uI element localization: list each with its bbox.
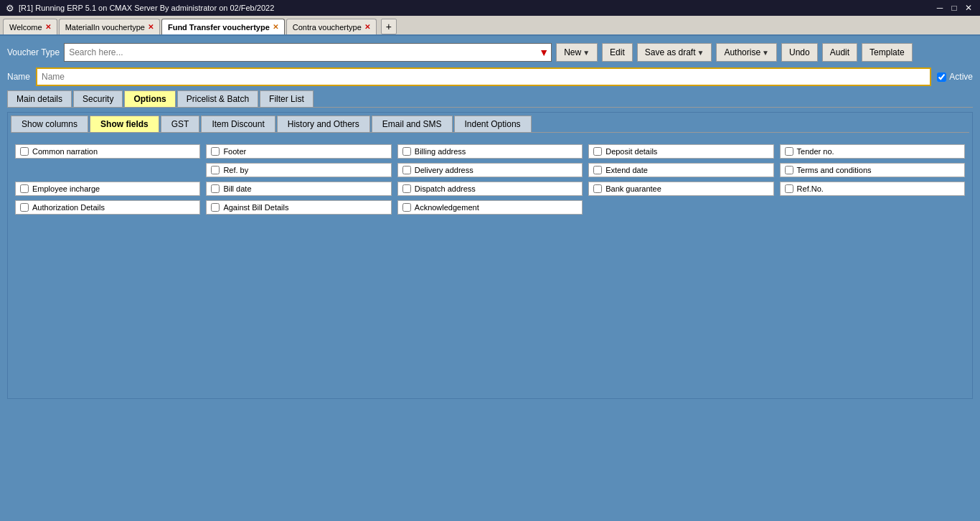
undo-button[interactable]: Undo [781,43,818,62]
chk-acknowledgement-label: Acknowledgement [415,203,479,212]
chk-billing-address-label: Billing address [415,147,466,156]
template-button[interactable]: Template [862,43,913,62]
checkbox-common-narration[interactable]: Common narration [15,144,200,159]
chk-dispatch-address-input[interactable] [402,184,411,193]
checkbox-tender-no[interactable]: Tender no. [780,144,965,159]
tab-fundtransfer-close[interactable]: ✕ [273,23,278,31]
checkbox-bank-guarantee[interactable]: Bank guarantee [588,182,773,196]
name-input[interactable] [36,67,931,86]
chk-ref-by-label: Ref. by [223,166,248,174]
close-button[interactable]: ✕ [963,2,974,14]
sub-tab-item-discount[interactable]: Item Discount [201,116,275,132]
chk-bank-guarantee-input[interactable] [593,184,602,193]
checkbox-ref-no[interactable]: Ref.No. [780,182,965,196]
nav-tab-options[interactable]: Options [124,90,175,107]
chk-tender-no-input[interactable] [785,147,793,156]
tab-bar: Welcome ✕ MaterialIn vouchertype ✕ Fund … [0,16,980,36]
sub-tab-show-columns[interactable]: Show columns [11,116,88,132]
chk-against-bill-input[interactable] [211,203,220,212]
chk-against-bill-label: Against Bill Details [223,203,288,212]
minimize-button[interactable]: ─ [934,2,946,14]
checkbox-employee-incharge[interactable]: Employee incharge [15,182,200,196]
new-dropdown-arrow[interactable]: ▼ [583,49,590,57]
empty-slot-3 [780,200,965,215]
voucher-search-input[interactable] [64,43,552,62]
checkbox-deposit-details[interactable]: Deposit details [588,144,773,159]
sub-tabs: Show columns Show fields GST Item Discou… [11,116,969,133]
nav-tab-security[interactable]: Security [73,90,123,107]
tab-fundtransfer[interactable]: Fund Transfer vouchertype ✕ [161,19,285,34]
chk-extend-date-input[interactable] [593,166,602,174]
audit-button[interactable]: Audit [822,43,857,62]
active-checkbox[interactable] [937,72,946,82]
chk-terms-input[interactable] [785,166,793,174]
active-label: Active [949,72,973,82]
authorise-arrow[interactable]: ▼ [762,49,769,57]
checkbox-acknowledgement[interactable]: Acknowledgement [397,200,583,215]
chk-footer-input[interactable] [211,147,220,156]
main-content: Voucher Type ▼ New ▼ Edit Save as draft … [0,36,980,406]
chk-delivery-address-label: Delivery address [415,166,473,174]
checkbox-terms-conditions[interactable]: Terms and conditions [780,163,965,177]
chk-billing-address-input[interactable] [402,147,411,156]
edit-button[interactable]: Edit [602,43,633,62]
tab-welcome[interactable]: Welcome ✕ [3,19,57,34]
save-draft-arrow[interactable]: ▼ [697,49,705,57]
sub-tab-show-fields[interactable]: Show fields [90,116,159,132]
edit-button-label: Edit [610,47,625,57]
empty-slot-2 [588,200,773,215]
chk-extend-date-label: Extend date [606,166,648,174]
chk-deposit-details-input[interactable] [593,147,602,156]
title-bar-left: ⚙ [R1] Running ERP 5.1 on CMAX Server By… [6,3,274,14]
checkbox-extend-date[interactable]: Extend date [588,163,773,177]
chk-terms-label: Terms and conditions [797,166,872,174]
tab-fundtransfer-label: Fund Transfer vouchertype [168,23,270,32]
chk-common-narration-label: Common narration [32,147,98,156]
tab-materialin[interactable]: MaterialIn vouchertype ✕ [59,19,160,34]
checkbox-bill-date[interactable]: Bill date [206,182,391,196]
nav-tab-main-details[interactable]: Main details [7,90,72,107]
authorise-button[interactable]: Authorise ▼ [716,43,777,62]
chk-delivery-address-input[interactable] [402,166,411,174]
chk-common-narration-input[interactable] [20,147,29,156]
tab-contra-close[interactable]: ✕ [364,23,370,31]
checkbox-against-bill[interactable]: Against Bill Details [206,200,391,215]
sub-tab-gst[interactable]: GST [161,116,200,132]
app-icon: ⚙ [6,3,14,14]
sub-tab-history[interactable]: History and Others [277,116,370,132]
tab-welcome-label: Welcome [9,23,42,32]
tab-materialin-label: MaterialIn vouchertype [65,23,145,32]
chk-acknowledgement-input[interactable] [402,203,411,212]
chk-dispatch-address-label: Dispatch address [415,184,476,193]
sub-tab-email-sms[interactable]: Email and SMS [372,116,453,132]
maximize-button[interactable]: □ [948,2,960,14]
chk-deposit-details-label: Deposit details [606,147,657,156]
chk-employee-incharge-input[interactable] [20,184,29,193]
tab-materialin-close[interactable]: ✕ [148,23,154,31]
checkbox-ref-by[interactable]: Ref. by [206,163,391,177]
nav-tab-filterlist[interactable]: Filter List [260,90,314,107]
chk-bill-date-input[interactable] [211,184,220,193]
name-row: Name Active [7,67,973,86]
checkbox-authorization-details[interactable]: Authorization Details [15,200,200,215]
new-button[interactable]: New ▼ [556,43,598,62]
voucher-type-label: Voucher Type [7,47,60,57]
sub-tab-indent-options[interactable]: Indent Options [454,116,532,132]
title-bar-controls: ─ □ ✕ [934,2,974,14]
add-tab-button[interactable]: + [381,19,397,34]
checkbox-footer[interactable]: Footer [206,144,391,159]
checkbox-billing-address[interactable]: Billing address [397,144,583,159]
chk-ref-no-input[interactable] [785,184,793,193]
save-draft-button[interactable]: Save as draft ▼ [637,43,712,62]
tab-welcome-close[interactable]: ✕ [45,23,51,31]
title-bar: ⚙ [R1] Running ERP 5.1 on CMAX Server By… [0,0,980,16]
chk-ref-by-input[interactable] [211,166,220,174]
tab-contra[interactable]: Contra vouchertype ✕ [286,19,377,34]
chk-employee-incharge-label: Employee incharge [32,184,100,193]
chk-tender-no-label: Tender no. [797,147,834,156]
checkbox-delivery-address[interactable]: Delivery address [397,163,583,177]
name-label: Name [7,72,30,82]
checkbox-dispatch-address[interactable]: Dispatch address [397,182,583,196]
chk-auth-details-input[interactable] [20,203,29,212]
nav-tab-pricelist[interactable]: Pricelist & Batch [177,90,258,107]
